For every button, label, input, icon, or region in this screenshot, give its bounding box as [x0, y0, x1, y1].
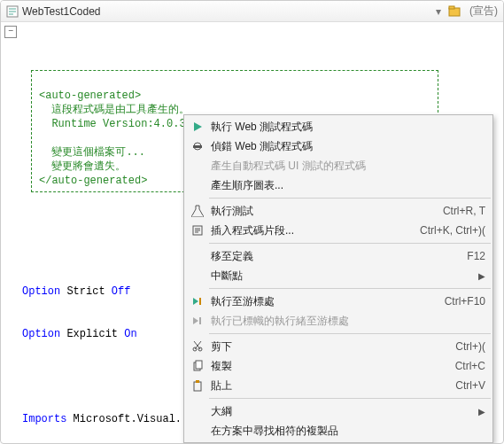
menu-item-label: 複製	[207, 359, 445, 374]
cut-icon	[188, 340, 207, 353]
menu-item[interactable]: 大綱▶	[184, 401, 492, 421]
submenu-arrow-icon: ▶	[478, 407, 485, 417]
menu-item[interactable]: 執行至游標處Ctrl+F10	[184, 292, 492, 311]
svg-rect-7	[199, 317, 201, 324]
menu-item[interactable]: 執行測試Ctrl+R, T	[184, 201, 492, 221]
menu-item-label: 執行已標幟的執行緒至游標處	[207, 314, 485, 329]
menu-item-label: 偵錯 Web 測試程式碼	[207, 139, 485, 154]
menu-item-label: 執行 Web 測試程式碼	[207, 120, 485, 135]
menu-item-label: 插入程式碼片段...	[207, 223, 409, 238]
menu-item-label: 執行至游標處	[207, 294, 434, 309]
menu-item[interactable]: 貼上Ctrl+V	[184, 376, 492, 395]
menu-item[interactable]: 插入程式碼片段...Ctrl+K, Ctrl+)(	[184, 221, 492, 240]
svg-rect-6	[199, 298, 201, 305]
snippet-icon	[188, 224, 207, 237]
menu-item-label: 中斷點	[207, 269, 471, 284]
menu-separator	[209, 398, 491, 399]
module-icon[interactable]	[448, 4, 464, 18]
debug-icon	[188, 140, 207, 152]
menu-item-shortcut: Ctrl+V	[455, 379, 485, 392]
menu-separator	[209, 333, 491, 334]
tab-title[interactable]: WebTest1Coded	[22, 5, 101, 18]
run-icon	[188, 121, 207, 133]
menu-item-label: 貼上	[207, 378, 445, 393]
menu-item[interactable]: 產生順序圖表...	[184, 175, 492, 195]
menu-item-label: 執行測試	[207, 204, 432, 219]
menu-separator	[209, 198, 491, 199]
menu-item: 執行已標幟的執行緒至游標處	[184, 311, 492, 331]
declaration-dropdown[interactable]: (宣告)	[469, 4, 498, 19]
dropdown-arrow-icon[interactable]: ▾	[436, 5, 441, 18]
menu-item: 產生自動程式碼 UI 測試的程式碼	[184, 156, 492, 175]
code-file-icon	[6, 4, 22, 18]
menu-item[interactable]: 剪下Ctrl+)(	[184, 337, 492, 356]
submenu-arrow-icon: ▶	[478, 271, 485, 281]
paste-icon	[188, 379, 207, 392]
context-menu: 執行 Web 測試程式碼偵錯 Web 測試程式碼產生自動程式碼 UI 測試的程式…	[183, 114, 493, 443]
menu-item-shortcut: Ctrl+C	[455, 360, 485, 372]
fold-toggle[interactable]: −	[4, 26, 17, 38]
tab-bar: WebTest1Coded ▾ (宣告)	[1, 1, 503, 22]
menu-item-shortcut: F12	[467, 250, 485, 262]
menu-item-label: 移至定義	[207, 249, 456, 264]
menu-item-shortcut: Ctrl+R, T	[443, 205, 485, 217]
menu-separator	[209, 288, 491, 289]
menu-item-label: 大綱	[207, 404, 471, 419]
menu-item-shortcut: Ctrl+)(	[455, 340, 485, 353]
flask-icon	[188, 205, 207, 217]
menu-item[interactable]: 移至定義F12	[184, 246, 492, 266]
menu-item-label: 產生順序圖表...	[207, 178, 485, 193]
svg-rect-12	[194, 382, 201, 391]
menu-item-shortcut: Ctrl+F10	[445, 295, 485, 308]
runto-icon	[188, 295, 207, 308]
menu-item[interactable]: 中斷點▶	[184, 266, 492, 285]
menu-item-label: 在方案中尋找相符的複製品	[207, 424, 485, 439]
menu-separator	[209, 243, 491, 244]
menu-item-label: 剪下	[207, 339, 445, 354]
runto2-icon	[188, 315, 207, 327]
menu-item[interactable]: 偵錯 Web 測試程式碼	[184, 136, 492, 156]
menu-item[interactable]: 複製Ctrl+C	[184, 356, 492, 376]
svg-rect-11	[196, 361, 202, 369]
menu-item[interactable]: 在方案中尋找相符的複製品	[184, 421, 492, 440]
svg-rect-13	[196, 380, 199, 383]
menu-item-shortcut: Ctrl+K, Ctrl+)(	[420, 224, 485, 237]
copy-icon	[188, 360, 207, 372]
svg-rect-2	[449, 6, 454, 9]
menu-item[interactable]: 執行 Web 測試程式碼	[184, 117, 492, 136]
menu-item-label: 產生自動程式碼 UI 測試的程式碼	[207, 159, 485, 174]
